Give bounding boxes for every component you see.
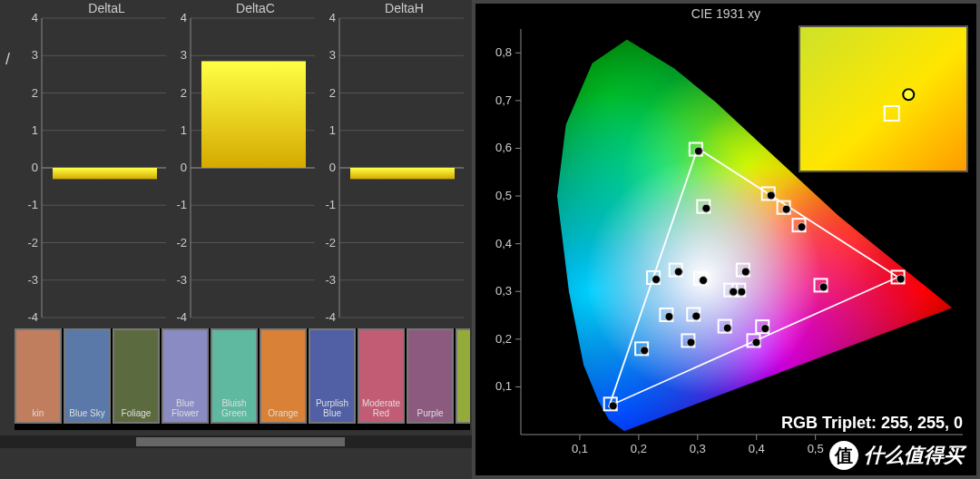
- cie-point: [782, 205, 790, 213]
- svg-text:2: 2: [181, 86, 187, 100]
- svg-text:-1: -1: [325, 198, 336, 211]
- swatch-label: Bluish Green: [212, 398, 256, 418]
- cie-point: [819, 283, 828, 291]
- cie-point: [692, 312, 701, 320]
- svg-text:0: 0: [181, 161, 187, 174]
- svg-text:-1: -1: [176, 198, 187, 211]
- swatch-label: Foliage: [114, 408, 158, 418]
- swatch-moderate-red[interactable]: Moderate Red: [358, 328, 405, 424]
- watermark-text: 什么值得买: [864, 442, 964, 469]
- swatch-label: Purple: [408, 408, 452, 418]
- swatch-blue-sky[interactable]: Blue Sky: [64, 328, 111, 424]
- swatch-label: Moderate Red: [359, 398, 403, 418]
- swatch-label: kin: [16, 408, 60, 418]
- svg-text:0,2: 0,2: [495, 332, 512, 346]
- swatch-scrollbar[interactable]: [0, 435, 508, 448]
- svg-text:1: 1: [181, 123, 187, 137]
- swatch-foliage[interactable]: Foliage: [113, 328, 160, 424]
- svg-text:-2: -2: [27, 236, 38, 249]
- swatch-label: Purplish Blue: [310, 398, 354, 418]
- cie-point: [652, 275, 661, 283]
- svg-text:0,1: 0,1: [495, 379, 512, 393]
- cie-point: [700, 277, 708, 285]
- svg-point-99: [903, 89, 914, 100]
- svg-text:2: 2: [32, 86, 38, 100]
- cie-point: [641, 347, 649, 355]
- cie-point: [767, 191, 775, 200]
- svg-text:-4: -4: [325, 310, 336, 324]
- cie-point: [738, 288, 746, 296]
- swatch-orange[interactable]: Orange: [260, 328, 307, 424]
- svg-text:0,5: 0,5: [808, 442, 824, 455]
- swatch-label: Blue Sky: [65, 408, 109, 418]
- swatch-purplish-blue[interactable]: Purplish Blue: [309, 328, 356, 424]
- swatch-label: Ye: [457, 408, 470, 418]
- cie-point: [723, 324, 731, 332]
- svg-text:3: 3: [329, 48, 336, 62]
- cie-zoom-inset: [799, 26, 967, 171]
- svg-text:0,4: 0,4: [749, 442, 765, 455]
- svg-text:0,5: 0,5: [495, 189, 512, 202]
- cie-point: [798, 223, 806, 231]
- bar-title: DeltaH: [385, 1, 424, 15]
- svg-text:-3: -3: [176, 273, 187, 287]
- svg-text:0,8: 0,8: [495, 45, 512, 59]
- svg-text:3: 3: [181, 48, 187, 62]
- svg-text:3: 3: [32, 48, 38, 62]
- svg-text:0,6: 0,6: [495, 141, 512, 154]
- delta-bar-charts: DeltaL-4-3-2-101234DeltaC-4-3-2-101234De…: [0, 0, 472, 327]
- svg-text:2: 2: [329, 86, 336, 100]
- delta-bar: [201, 61, 306, 168]
- cie-point: [609, 402, 617, 410]
- delta-bar: [53, 168, 157, 179]
- svg-text:4: 4: [32, 11, 38, 24]
- watermark-badge-icon: 值: [829, 441, 858, 470]
- svg-text:0,4: 0,4: [495, 237, 512, 250]
- cie-title: CIE 1931 xy: [691, 6, 760, 21]
- svg-text:0,2: 0,2: [631, 442, 647, 455]
- rgb-triplet-label: RGB Triplet: 255, 255, 0: [781, 414, 963, 432]
- svg-text:-4: -4: [176, 310, 187, 324]
- svg-text:-3: -3: [27, 273, 38, 287]
- swatch-bluish-green[interactable]: Bluish Green: [211, 328, 258, 424]
- swatch-label: Blue Flower: [163, 398, 207, 418]
- svg-text:1: 1: [329, 123, 336, 137]
- svg-text:0,1: 0,1: [572, 442, 588, 455]
- cie-point: [897, 275, 905, 283]
- cie-point: [674, 268, 682, 276]
- swatch-purple[interactable]: Purple: [407, 328, 454, 424]
- cie-point: [694, 147, 702, 155]
- swatch-label: Orange: [261, 408, 305, 418]
- bar-title: DeltaC: [236, 1, 275, 15]
- svg-text:0: 0: [329, 161, 336, 174]
- cie-point: [761, 325, 769, 333]
- svg-text:4: 4: [329, 11, 336, 24]
- svg-text:-2: -2: [176, 236, 187, 249]
- svg-text:-3: -3: [325, 273, 336, 287]
- svg-text:-2: -2: [325, 236, 336, 249]
- swatch-blue-flower[interactable]: Blue Flower: [162, 328, 209, 424]
- svg-text:0,7: 0,7: [495, 93, 512, 107]
- cie-point: [730, 288, 738, 296]
- swatch-row: kinBlue SkyFoliageBlue FlowerBluish Gree…: [15, 328, 470, 430]
- svg-text:-1: -1: [27, 198, 38, 211]
- svg-text:0: 0: [32, 161, 38, 174]
- delta-bar: [350, 168, 455, 179]
- cie-chart-panel: CIE 1931 xy0,10,20,30,40,50,10,20,30,40,…: [472, 0, 980, 479]
- swatch-ye[interactable]: Ye: [456, 328, 470, 424]
- svg-text:1: 1: [32, 123, 38, 137]
- cie-point: [665, 313, 673, 321]
- svg-text:0,3: 0,3: [690, 442, 706, 455]
- watermark: 值 什么值得买: [829, 441, 964, 470]
- svg-text:0,3: 0,3: [495, 284, 512, 298]
- bar-title: DeltaL: [88, 1, 125, 15]
- cie-point: [687, 338, 695, 347]
- swatch-kin[interactable]: kin: [15, 328, 62, 424]
- svg-text:-4: -4: [27, 310, 38, 324]
- cie-point: [702, 204, 710, 212]
- cie-point: [741, 268, 750, 276]
- svg-text:4: 4: [181, 11, 187, 24]
- cie-point: [752, 338, 760, 347]
